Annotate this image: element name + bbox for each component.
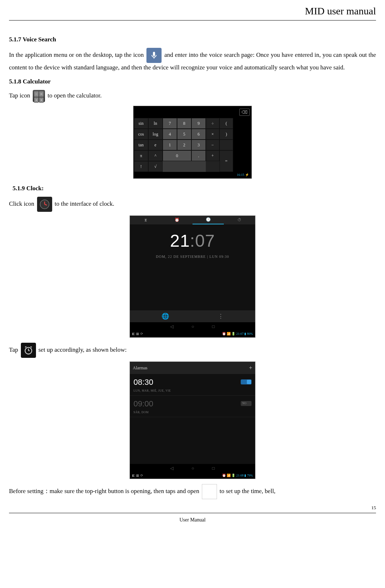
alarm-toggle xyxy=(241,379,252,384)
svg-line-7 xyxy=(30,346,32,347)
calc-text-post: to open the calculator. xyxy=(47,92,101,99)
alarm-status-bar: ◧ ▦ ⟳ ⏰ 📶 🔋 21:08 ▮ 79% xyxy=(130,473,255,479)
clock-text-post: to the interface of clock. xyxy=(55,200,114,207)
clock-icon xyxy=(37,197,52,212)
svg-line-6 xyxy=(25,346,26,347)
calc-icon-cell: + xyxy=(34,97,38,103)
alarm-days: SÁB, DOM xyxy=(133,410,252,415)
clock-bottom-icon: 🌐 xyxy=(162,312,169,321)
calc-key: 5 xyxy=(177,129,191,140)
calc-key: 1 xyxy=(163,140,177,150)
calc-key: ÷ xyxy=(206,118,219,129)
nav-button: □ xyxy=(212,465,215,471)
calc-key: 7 xyxy=(163,118,177,129)
clock-minutes: :07 xyxy=(190,231,215,250)
before-text-pre: Before setting：make sure the top-right b… xyxy=(9,488,201,494)
calc-text-pre: Tap icon xyxy=(9,92,30,99)
calc-display: ⌫ xyxy=(134,106,251,118)
before-text-post: to set up the time, bell, xyxy=(219,488,275,494)
clock-time-display: 21:07 xyxy=(130,228,255,254)
calc-key: 9 xyxy=(191,118,206,129)
voice-paragraph: In the application menu or on the deskto… xyxy=(9,48,376,72)
calc-key: ) xyxy=(219,129,233,140)
section-voice-title: 5.1.7 Voice Search xyxy=(9,35,376,44)
calc-key: ! xyxy=(134,161,148,172)
calc-key xyxy=(219,140,233,150)
status-right: ⏰ 📶 🔋 21:07 ▮ 80% xyxy=(222,332,253,337)
calc-paragraph: Tap icon − = + × to open the calculator. xyxy=(9,90,376,102)
add-alarm-icon: + xyxy=(249,364,252,372)
calc-key: + xyxy=(206,150,219,161)
clock-status-bar: ◧ ▦ ⟳ ⏰ 📶 🔋 21:07 ▮ 80% xyxy=(130,331,255,337)
calc-key: 4 xyxy=(163,129,177,140)
backspace-icon: ⌫ xyxy=(239,109,250,116)
clock-tab: ⏱ xyxy=(224,216,255,224)
clock-tab: ⧗ xyxy=(130,216,161,224)
alarms-title: Alarmas xyxy=(133,365,148,371)
alarm-toggle xyxy=(241,401,252,406)
calc-key: = xyxy=(219,150,233,172)
alarm-time: 08:30 xyxy=(133,376,153,388)
calc-key: π xyxy=(134,150,148,161)
calc-icon-cell: − xyxy=(34,91,38,97)
alarm-days: LUN, MAR, MIÉ, JUE, VIE xyxy=(133,389,252,393)
calc-key: 6 xyxy=(191,129,206,140)
doc-header-title: MID user manual xyxy=(9,4,376,19)
clock-text-pre: Click icon xyxy=(9,200,36,207)
section-calc-title: 5.1.8 Calculator xyxy=(9,77,376,86)
nav-button: □ xyxy=(212,323,215,330)
alarm-row: 09:00SÁB, DOM xyxy=(130,396,255,417)
alarm-clock-icon xyxy=(21,343,36,358)
voice-text-pre: In the application menu or on the deskto… xyxy=(9,51,144,58)
calc-key: − xyxy=(206,140,219,150)
clock-tab: 🕒 xyxy=(192,216,224,224)
alarm-tap-paragraph: Tap set up accordingly, as shown below: xyxy=(9,343,376,358)
calc-key: . xyxy=(191,150,206,161)
calc-key: ( xyxy=(219,118,233,129)
tap-text-pre: Tap xyxy=(9,346,20,353)
microphone-icon xyxy=(146,48,162,63)
calc-key: 8 xyxy=(177,118,191,129)
clock-bottom-icon: ⋮ xyxy=(218,312,224,321)
calculator-screenshot: ⌫ sinlncoslogtaneπ^!√ 7894561230. ÷(×)−+… xyxy=(133,106,252,179)
section-clock-title: 5.1.9 Clock: xyxy=(13,184,376,193)
calc-icon-cell: = xyxy=(39,91,44,97)
calc-key: 2 xyxy=(177,140,191,150)
calc-key: ^ xyxy=(148,150,163,161)
nav-button: ◁ xyxy=(170,323,173,330)
clock-screenshot: ⧗⏰🕒⏱ 21:07 DOM, 22 DE SEPTIEMBRE | LUN 0… xyxy=(130,215,255,338)
alarm-time: 09:00 xyxy=(133,398,153,410)
header-rule xyxy=(9,20,376,20)
footer-rule xyxy=(9,513,376,513)
calculator-icon: − = + × xyxy=(33,90,45,102)
blank-placeholder-icon xyxy=(202,484,217,499)
calc-icon-cell: × xyxy=(39,97,44,103)
calc-key: log xyxy=(148,129,163,140)
nav-button: ○ xyxy=(191,323,194,330)
calc-key: 3 xyxy=(191,140,206,150)
status-right: ⏰ 📶 🔋 21:08 ▮ 79% xyxy=(222,473,253,478)
calc-key: 0 xyxy=(163,150,191,161)
before-setting-paragraph: Before setting：make sure the top-right b… xyxy=(9,484,376,499)
footer-label: User Manual xyxy=(9,516,376,524)
status-left: ◧ ▦ ⟳ xyxy=(132,332,143,337)
alarms-header: Alarmas + xyxy=(130,362,255,374)
calc-key: tan xyxy=(134,140,148,150)
clock-hours: 21 xyxy=(170,231,190,250)
calc-key: cos xyxy=(134,129,148,140)
tap-text-post: set up accordingly, as shown below: xyxy=(38,346,127,353)
calc-key: × xyxy=(206,129,219,140)
alarms-screenshot: Alarmas + 08:30LUN, MAR, MIÉ, JUE, VIE09… xyxy=(130,361,255,479)
nav-button: ◁ xyxy=(170,465,173,471)
clock-tab: ⏰ xyxy=(161,216,192,224)
calc-status-bar: 16:15 ⚡ xyxy=(134,172,251,178)
nav-button: ○ xyxy=(191,465,194,471)
clock-paragraph: Click icon to the interface of clock. xyxy=(9,197,376,212)
calc-key: e xyxy=(148,140,163,150)
alarm-row: 08:30LUN, MAR, MIÉ, JUE, VIE xyxy=(130,374,255,396)
calc-key: √ xyxy=(148,161,163,172)
clock-date: DOM, 22 DE SEPTIEMBRE | LUN 09:30 xyxy=(130,254,255,259)
status-left: ◧ ▦ ⟳ xyxy=(132,473,143,478)
page-number: 15 xyxy=(9,504,376,511)
calc-key: sin xyxy=(134,118,148,129)
